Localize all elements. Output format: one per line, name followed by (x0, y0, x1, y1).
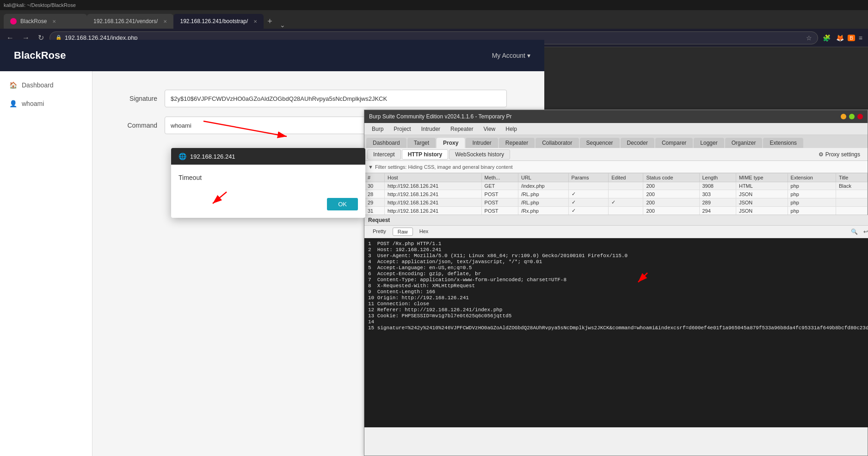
col-method[interactable]: Meth... (481, 173, 518, 182)
burp-icon[interactable]: B (848, 35, 855, 41)
menu-repeater[interactable]: Repeater (446, 124, 478, 134)
burp-proxy-subtabs: Intercept HTTP history WebSockets histor… (364, 148, 868, 161)
request-line: 8 X-Requested-With: XMLHttpRequest (368, 283, 868, 289)
app-header: BlackRose My Account ▾ (0, 40, 544, 71)
menu-burp[interactable]: Burp (367, 124, 388, 134)
burp-tab-sequencer[interactable]: Sequencer (580, 138, 620, 148)
burp-tab-organizer[interactable]: Organizer (725, 138, 763, 148)
nav-icons: 🧩 🦊 B ≡ (821, 33, 864, 43)
burp-tab-comparer[interactable]: Comparer (655, 138, 693, 148)
col-host[interactable]: Host (384, 173, 481, 182)
http-history-table-container: # Host Meth... URL Params Edited Status … (364, 173, 868, 215)
menu-view[interactable]: View (479, 124, 500, 134)
filter-text: Filter settings: Hiding CSS, image and g… (375, 164, 513, 170)
request-body: 1 POST /Rx.php HTTP/1.12 Host: 192.168.1… (364, 238, 868, 427)
signature-input[interactable] (165, 90, 507, 107)
firefox-icon[interactable]: 🦊 (834, 33, 846, 43)
burp-tab-logger[interactable]: Logger (694, 138, 724, 148)
burp-subtab-intercept[interactable]: Intercept (367, 149, 401, 160)
user-icon: 👤 (9, 100, 17, 107)
request-line: 15 signature=%242y%2410%246VJPFCWDVzHO0a… (368, 325, 868, 331)
table-row[interactable]: 31http://192.168.126.241POST/Rx.php✓2002… (365, 207, 868, 215)
request-line: 2 Host: 192.168.126.241 (368, 247, 868, 253)
request-line: 3 User-Agent: Mozilla/5.0 (X11; Linux x8… (368, 253, 868, 259)
col-length[interactable]: Length (699, 173, 736, 182)
app-logo: BlackRose (14, 49, 66, 62)
my-account-label: My Account (492, 52, 525, 59)
tab-label-2: 192.168.126.241/bootstrap/ (180, 18, 248, 25)
timeout-dialog: 🌐 192.168.126.241 Timeout OK (171, 148, 365, 218)
burp-tab-extensions[interactable]: Extensions (763, 138, 803, 148)
request-line: 1 POST /Rx.php HTTP/1.1 (368, 241, 868, 246)
sidebar-item-dashboard[interactable]: 🏠 Dashboard (0, 76, 92, 94)
burp-main-tabs: Dashboard Target Proxy Intruder Repeater… (364, 135, 868, 148)
tab-close-1[interactable]: ✕ (163, 19, 167, 24)
col-extension[interactable]: Extension (788, 173, 836, 182)
sidebar-whoami-label: whoami (22, 100, 44, 107)
wrap-icon[interactable]: ↩ (862, 228, 868, 236)
col-edited[interactable]: Edited (609, 173, 643, 182)
dialog-ok-button[interactable]: OK (327, 198, 358, 210)
burp-subtab-websockets[interactable]: WebSockets history (449, 149, 510, 160)
tab-close-0[interactable]: ✕ (52, 19, 56, 24)
col-status[interactable]: Status code (643, 173, 699, 182)
dialog-footer: OK (171, 198, 365, 218)
extensions-icon[interactable]: 🧩 (821, 33, 832, 43)
browser-tab-0[interactable]: BlackRose ✕ (4, 14, 87, 29)
request-panel-icons: 🔍 ↩ ⋮ (849, 228, 868, 236)
col-url[interactable]: URL (518, 173, 568, 182)
tab-label-1: 192.168.126.241/vendors/ (93, 18, 158, 25)
menu-icon[interactable]: ≡ (857, 33, 864, 43)
http-table-body: 30http://192.168.126.241GET/index.php200… (365, 182, 868, 215)
request-tab-hex[interactable]: Hex (415, 228, 433, 236)
request-line: 12 Referer: http://192.168.126.241/index… (368, 307, 868, 313)
dialog-host: 192.168.126.241 (190, 153, 235, 160)
burp-tab-proxy[interactable]: Proxy (437, 138, 465, 148)
burp-tab-dashboard[interactable]: Dashboard (366, 138, 406, 148)
close-button[interactable] (857, 114, 863, 119)
search-icon[interactable]: 🔍 (849, 228, 860, 236)
request-line: 9 Content-Length: 166 (368, 289, 868, 295)
request-tab-pretty[interactable]: Pretty (368, 228, 391, 236)
col-num[interactable]: # (365, 173, 385, 182)
col-params[interactable]: Params (568, 173, 609, 182)
new-tab-button[interactable]: + (264, 14, 276, 29)
burp-tab-repeater[interactable]: Repeater (499, 138, 535, 148)
request-line: 6 Accept-Encoding: gzip, deflate, br (368, 271, 868, 277)
table-row[interactable]: 28http://192.168.126.241POST/RL.php✓2003… (365, 190, 868, 198)
burp-tab-target[interactable]: Target (407, 138, 436, 148)
minimize-button[interactable] (841, 114, 846, 119)
request-line: 14 (368, 319, 868, 325)
table-row[interactable]: 29http://192.168.126.241POST/RL.php✓✓200… (365, 198, 868, 207)
request-tab-raw[interactable]: Raw (393, 228, 413, 236)
burp-subtab-http-history[interactable]: HTTP history (402, 149, 448, 160)
col-mime[interactable]: MIME type (736, 173, 788, 182)
burp-tab-decoder[interactable]: Decoder (621, 138, 654, 148)
proxy-settings-button[interactable]: ⚙ Proxy settings (814, 150, 865, 159)
menu-project[interactable]: Project (389, 124, 415, 134)
tab-overflow-button[interactable]: ⌄ (276, 21, 289, 29)
request-label: Request (368, 217, 390, 223)
burp-filter-bar[interactable]: ▼ Filter settings: Hiding CSS, image and… (364, 161, 868, 173)
bookmark-icon[interactable]: ☆ (806, 34, 812, 42)
burp-title-text: Burp Suite Community Edition v2024.1.1.6… (369, 113, 841, 120)
col-title[interactable]: Title (836, 173, 867, 182)
browser-tab-2[interactable]: 192.168.126.241/bootstrap/ ✕ (173, 14, 264, 29)
burp-tab-collaborator[interactable]: Collaborator (536, 138, 579, 148)
burp-menubar: Burp Project Intruder Repeater View Help (364, 123, 868, 135)
table-header-row: # Host Meth... URL Params Edited Status … (365, 173, 868, 182)
request-line: 7 Content-Type: application/x-www-form-u… (368, 277, 868, 283)
command-label: Command (111, 122, 157, 129)
burp-tab-intruder[interactable]: Intruder (466, 138, 498, 148)
maximize-button[interactable] (849, 114, 855, 119)
menu-intruder[interactable]: Intruder (417, 124, 445, 134)
table-row[interactable]: 30http://192.168.126.241GET/index.php200… (365, 182, 868, 190)
menu-help[interactable]: Help (501, 124, 522, 134)
globe-icon: 🌐 (179, 153, 186, 160)
tab-close-2[interactable]: ✕ (253, 19, 257, 24)
request-line: 4 Accept: application/json, text/javascr… (368, 259, 868, 265)
sidebar-item-whoami[interactable]: 👤 whoami (0, 94, 92, 113)
sidebar-dashboard-label: Dashboard (22, 81, 54, 89)
my-account-button[interactable]: My Account ▾ (492, 52, 530, 59)
browser-tab-1[interactable]: 192.168.126.241/vendors/ ✕ (87, 14, 173, 29)
